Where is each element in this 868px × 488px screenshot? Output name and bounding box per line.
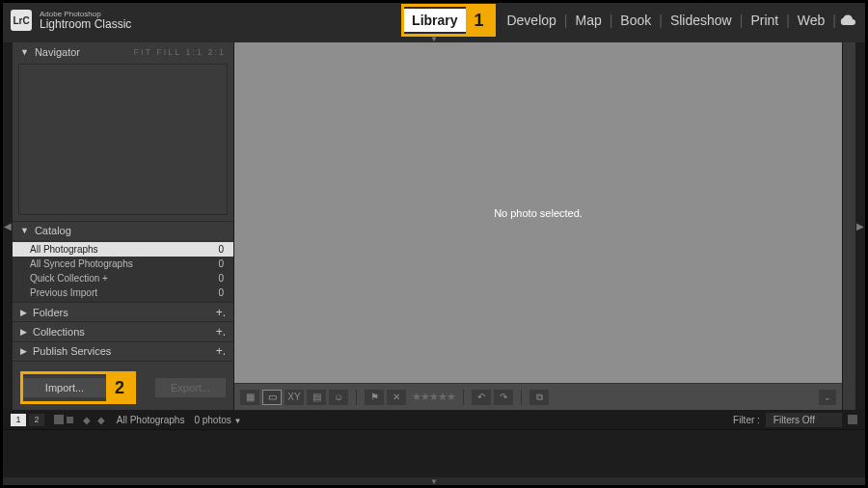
- module-library[interactable]: Library: [404, 9, 465, 32]
- catalog-list: All Photographs 0 All Synced Photographs…: [13, 240, 233, 302]
- module-separator: |: [832, 13, 836, 28]
- rotate-ccw-icon[interactable]: ↶: [472, 390, 491, 405]
- disclosure-down-icon: ▼: [20, 47, 29, 57]
- app-window: LrC Adobe Photoshop Lightroom Classic Li…: [3, 3, 865, 485]
- page-2-button[interactable]: 2: [29, 414, 44, 426]
- export-button: Export...: [155, 378, 226, 397]
- thumb-small-icon: [54, 415, 64, 424]
- view-mode-group: ▦ ▭ XY ▤ ☺: [240, 390, 348, 405]
- rating-stars[interactable]: ★★★★★: [412, 391, 455, 403]
- navigator-label: Navigator: [35, 46, 80, 58]
- catalog-item-count: 0: [218, 258, 224, 269]
- main-area: ◀ ▼ Navigator FIT FILL 1:1 2:1 ▼ Catalog…: [3, 42, 865, 410]
- module-develop[interactable]: Develop: [499, 9, 563, 32]
- add-publish-icon[interactable]: +.: [216, 344, 226, 358]
- grid-view-icon[interactable]: ▦: [240, 390, 259, 405]
- page-1-button[interactable]: 1: [11, 414, 26, 426]
- photo-count: 0 photos ▼: [194, 415, 241, 425]
- filter-lock-icon[interactable]: [848, 415, 857, 424]
- flag-reject-icon[interactable]: ✕: [387, 390, 406, 405]
- catalog-item-label: All Synced Photographs: [30, 258, 133, 269]
- add-collection-icon[interactable]: +.: [216, 325, 226, 339]
- right-side-panel: [842, 42, 855, 410]
- flag-pick-icon[interactable]: ⚑: [365, 390, 384, 405]
- catalog-item-label: Quick Collection +: [30, 273, 108, 284]
- navigator-panel-header[interactable]: ▼ Navigator FIT FILL 1:1 2:1: [13, 42, 233, 61]
- rotate-group: ↶ ↷: [472, 390, 513, 405]
- folders-label: Folders: [33, 307, 68, 318]
- people-view-icon[interactable]: ☺: [329, 390, 348, 405]
- cloud-sync-icon[interactable]: [838, 14, 857, 27]
- right-edge-handle[interactable]: ▶: [855, 42, 865, 410]
- bottom-panel-handle[interactable]: ▼: [3, 477, 865, 485]
- catalog-label: Catalog: [35, 225, 71, 236]
- view-toolbar: ▦ ▭ XY ▤ ☺ ⚑ ✕ ★★★★★ ↶ ↷ ⧉: [234, 383, 842, 410]
- module-book[interactable]: Book: [612, 9, 659, 32]
- flag-group: ⚑ ✕: [365, 390, 406, 405]
- catalog-item-previous-import[interactable]: Previous Import 0: [13, 285, 233, 300]
- catalog-item-quick-collection[interactable]: Quick Collection + 0: [13, 271, 233, 285]
- callout-1: Library 1: [401, 4, 495, 37]
- image-canvas: No photo selected.: [234, 42, 842, 383]
- module-slideshow[interactable]: Slideshow: [663, 9, 740, 32]
- toolbar-expand-icon[interactable]: ⌄: [819, 390, 836, 405]
- toolbar-divider: [356, 390, 357, 405]
- catalog-item-count: 0: [218, 244, 224, 255]
- callout-1-number: 1: [466, 7, 493, 34]
- toolbar-divider: [521, 390, 522, 405]
- module-picker: Library 1 Develop | Map | Book | Slidesh…: [401, 4, 857, 37]
- secondary-bar: 1 2 ◆ ◆ All Photographs 0 photos ▼ Filte…: [3, 410, 865, 429]
- rotate-cw-icon[interactable]: ↷: [494, 390, 513, 405]
- app-title: Lightroom Classic: [40, 18, 131, 31]
- toolbar-divider: [463, 390, 464, 405]
- filter-label: Filter :: [733, 415, 760, 425]
- navigator-preview: [18, 64, 228, 214]
- disclosure-right-icon: ▶: [20, 327, 27, 337]
- survey-view-icon[interactable]: ▤: [307, 390, 326, 405]
- catalog-item-count: 0: [218, 287, 224, 298]
- empty-state-text: No photo selected.: [494, 207, 583, 219]
- disclosure-right-icon: ▶: [20, 308, 27, 317]
- app-logo-text: LrC: [13, 15, 29, 26]
- navigator-zoom-options[interactable]: FIT FILL 1:1 2:1: [133, 47, 226, 57]
- left-panel-footer: Import... 2 Export...: [13, 361, 233, 410]
- app-logo: LrC: [11, 10, 32, 31]
- filter-dropdown[interactable]: Filters Off: [766, 413, 842, 427]
- header-bar: LrC Adobe Photoshop Lightroom Classic Li…: [3, 3, 865, 38]
- catalog-item-label: Previous Import: [30, 287, 97, 298]
- disclosure-right-icon: ▶: [20, 346, 27, 356]
- top-panel-handle[interactable]: ▼: [3, 37, 865, 41]
- slideshow-play-icon[interactable]: ⧉: [529, 390, 549, 405]
- catalog-panel-header[interactable]: ▼ Catalog: [13, 222, 233, 240]
- collections-panel-header[interactable]: ▶ Collections +.: [13, 322, 233, 340]
- app-title-block: Adobe Photoshop Lightroom Classic: [40, 11, 131, 31]
- compare-view-icon[interactable]: XY: [285, 390, 304, 405]
- breadcrumb[interactable]: All Photographs: [117, 415, 185, 425]
- module-map[interactable]: Map: [567, 9, 609, 32]
- callout-2: Import... 2: [20, 371, 136, 404]
- catalog-item-all-photos[interactable]: All Photographs 0: [13, 242, 233, 257]
- catalog-item-label: All Photographs: [30, 244, 98, 255]
- loupe-view-icon[interactable]: ▭: [262, 390, 282, 405]
- nav-arrows[interactable]: ◆ ◆: [83, 415, 107, 425]
- chevron-down-icon: ▼: [234, 417, 242, 425]
- left-side-panel: ▼ Navigator FIT FILL 1:1 2:1 ▼ Catalog A…: [13, 42, 234, 410]
- left-edge-handle[interactable]: ◀: [3, 42, 13, 410]
- folders-panel-header[interactable]: ▶ Folders +.: [13, 303, 233, 321]
- import-button[interactable]: Import...: [23, 378, 106, 397]
- publish-panel-header[interactable]: ▶ Publish Services +.: [13, 342, 233, 361]
- module-web[interactable]: Web: [790, 9, 833, 32]
- disclosure-down-icon: ▼: [20, 226, 29, 235]
- publish-label: Publish Services: [33, 345, 111, 357]
- add-folder-icon[interactable]: +.: [216, 306, 226, 319]
- thumb-med-icon: [67, 417, 73, 423]
- center-panel: No photo selected. ▦ ▭ XY ▤ ☺ ⚑ ✕ ★★★★★: [234, 42, 842, 410]
- module-print[interactable]: Print: [743, 9, 786, 32]
- thumbnail-mode[interactable]: [54, 415, 73, 424]
- secondary-display-pages: 1 2: [11, 414, 44, 426]
- callout-2-number: 2: [106, 374, 133, 401]
- catalog-item-synced[interactable]: All Synced Photographs 0: [13, 257, 233, 271]
- filmstrip[interactable]: [3, 429, 865, 477]
- collections-label: Collections: [33, 326, 85, 338]
- catalog-item-count: 0: [218, 273, 224, 284]
